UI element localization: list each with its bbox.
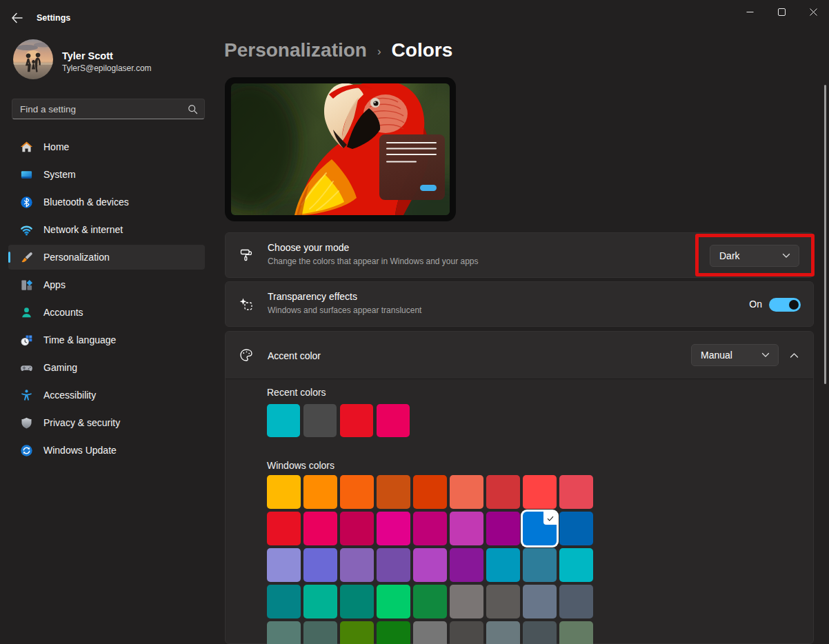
mode-dropdown[interactable]: Dark [710, 245, 799, 267]
accent-color-card: Accent color Manual Recent colors Window… [225, 331, 814, 644]
windows-color-swatch[interactable] [340, 548, 374, 582]
windows-color-swatch[interactable] [267, 621, 301, 644]
windows-color-swatch[interactable] [523, 475, 557, 509]
window-controls [734, 0, 829, 28]
windows-color-swatch[interactable] [559, 475, 593, 509]
windows-color-swatch[interactable] [377, 475, 410, 509]
windows-color-swatch[interactable] [303, 548, 337, 582]
profile-name: Tyler Scott [62, 50, 113, 61]
sidebar-item-apps[interactable]: Apps [8, 272, 205, 297]
sidebar-item-personalization[interactable]: Personalization [8, 245, 205, 270]
sidebar-item-gaming[interactable]: Gaming [8, 355, 205, 380]
windows-color-swatch[interactable] [450, 621, 483, 644]
transparency-card: Transparency effects Windows and surface… [225, 281, 814, 327]
recent-color-swatch[interactable] [267, 404, 300, 437]
windows-color-swatch[interactable] [559, 585, 593, 618]
windows-color-swatch[interactable] [340, 621, 374, 644]
windows-color-swatch-selected[interactable] [523, 512, 557, 545]
accent-dropdown[interactable]: Manual [691, 344, 779, 366]
bluetooth-icon [20, 196, 33, 209]
network-icon [20, 223, 33, 237]
windows-color-swatch[interactable] [450, 548, 483, 582]
accent-color-body: Recent colors Windows colors [226, 379, 813, 643]
sidebar-item-home[interactable]: Home [8, 134, 205, 159]
windows-color-swatch[interactable] [377, 621, 410, 644]
windows-color-swatch[interactable] [413, 585, 447, 618]
minimize-icon [746, 8, 754, 16]
sidebar-item-bluetooth-devices[interactable]: Bluetooth & devices [8, 190, 205, 214]
windows-color-swatch[interactable] [559, 548, 593, 582]
back-button[interactable] [10, 10, 25, 26]
app-title: Settings [37, 13, 70, 23]
home-icon [20, 141, 33, 154]
recent-color-swatch[interactable] [377, 404, 410, 437]
windows-color-swatch[interactable] [413, 475, 447, 509]
toggle-knob [789, 300, 799, 310]
scrollbar-thumb[interactable] [824, 85, 826, 384]
windows-color-swatch[interactable] [340, 585, 374, 618]
windows-color-swatch[interactable] [523, 621, 557, 644]
windows-color-swatch[interactable] [450, 585, 483, 618]
transparency-subtitle: Windows and surfaces appear translucent [268, 305, 421, 315]
windows-color-swatch[interactable] [486, 512, 520, 545]
back-arrow-icon [10, 10, 25, 26]
windows-color-swatch[interactable] [413, 512, 447, 545]
maximize-icon [778, 8, 786, 16]
paint-roller-icon [239, 248, 254, 263]
windows-color-swatch[interactable] [303, 475, 337, 509]
minimize-button[interactable] [734, 0, 766, 23]
sidebar-item-system[interactable]: System [8, 162, 205, 187]
windows-color-swatch[interactable] [486, 548, 520, 582]
breadcrumb: Personalization › Colors [224, 39, 452, 61]
windows-color-swatch[interactable] [559, 621, 593, 644]
sidebar-item-network-internet[interactable]: Network & internet [8, 217, 205, 242]
sidebar-item-privacy-security[interactable]: Privacy & security [8, 410, 205, 435]
windows-color-swatch[interactable] [267, 585, 301, 618]
windows-color-swatch[interactable] [267, 548, 301, 582]
windows-color-swatch[interactable] [377, 512, 410, 545]
windows-color-swatch[interactable] [450, 512, 483, 545]
windows-color-swatch[interactable] [303, 585, 337, 618]
windows-color-swatch[interactable] [267, 512, 301, 545]
windows-color-swatch[interactable] [486, 475, 520, 509]
breadcrumb-personalization[interactable]: Personalization [224, 39, 367, 61]
windows-color-swatch[interactable] [450, 475, 483, 509]
windows-color-swatch[interactable] [303, 512, 337, 545]
mode-dropdown-value: Dark [719, 250, 740, 261]
search-icon [188, 104, 198, 114]
windows-color-swatch[interactable] [559, 512, 593, 545]
windows-color-swatch[interactable] [413, 621, 447, 644]
page-title: Colors [392, 39, 453, 61]
chevron-down-icon [761, 352, 770, 358]
windows-color-swatch[interactable] [377, 548, 410, 582]
sidebar-item-accessibility[interactable]: Accessibility [8, 383, 205, 407]
maximize-button[interactable] [766, 0, 797, 23]
recent-color-swatch[interactable] [340, 404, 373, 437]
sidebar-item-windows-update[interactable]: Windows Update [8, 438, 205, 463]
recent-colors-label: Recent colors [267, 387, 813, 398]
search-input[interactable]: Find a setting [12, 99, 205, 119]
windows-color-swatch[interactable] [303, 621, 337, 644]
gaming-icon [20, 361, 33, 374]
sidebar-item-accounts[interactable]: Accounts [8, 300, 205, 325]
windows-color-swatch[interactable] [413, 548, 447, 582]
close-icon [810, 8, 817, 16]
windows-color-swatch[interactable] [486, 621, 520, 644]
chevron-up-icon[interactable] [790, 352, 799, 359]
close-button[interactable] [797, 0, 829, 23]
breadcrumb-separator-icon: › [377, 45, 381, 59]
transparency-toggle[interactable] [769, 298, 801, 312]
choose-mode-subtitle: Change the colors that appear in Windows… [268, 256, 479, 266]
windows-color-swatch[interactable] [340, 512, 374, 545]
recent-color-swatch[interactable] [303, 404, 337, 437]
windows-color-swatch[interactable] [523, 585, 557, 618]
sidebar-item-time-language[interactable]: Time & language [8, 328, 205, 352]
avatar[interactable] [13, 39, 53, 79]
windows-color-swatch[interactable] [267, 475, 301, 509]
windows-color-swatch[interactable] [377, 585, 410, 618]
windows-color-swatch[interactable] [486, 585, 520, 618]
accent-dropdown-value: Manual [701, 350, 732, 361]
windows-color-swatch[interactable] [340, 475, 374, 509]
windows-color-swatch[interactable] [523, 548, 557, 582]
system-icon [20, 168, 33, 181]
